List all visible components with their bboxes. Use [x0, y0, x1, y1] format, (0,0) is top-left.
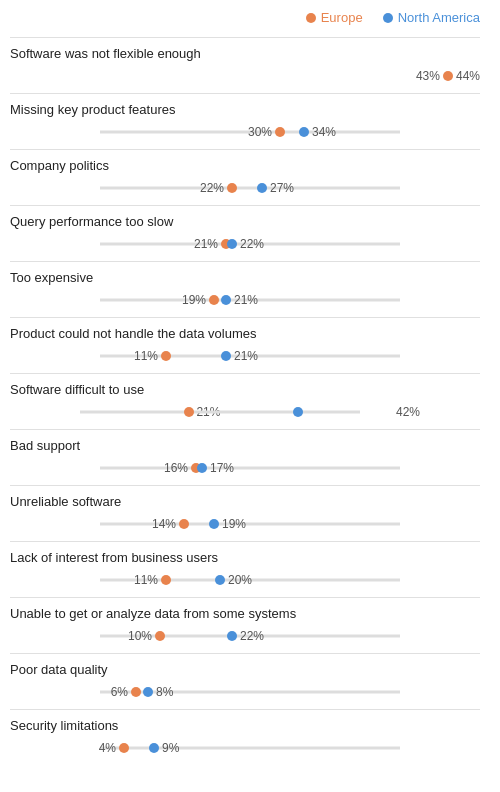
bar-area: 10%22%: [10, 625, 480, 647]
bar-area: 43%44%: [10, 65, 480, 87]
row-label: Software was not flexible enough: [10, 46, 480, 61]
chart-row: Missing key product features30%34%: [10, 93, 480, 149]
chart-row: Product could not handle the data volume…: [10, 317, 480, 373]
chart-row: Company politics22%27%: [10, 149, 480, 205]
legend: Europe North America: [10, 10, 480, 25]
chart-row: Unreliable software14%19%: [10, 485, 480, 541]
bar-area: 4%9%: [10, 737, 480, 759]
row-label: Lack of interest from business users: [10, 550, 480, 565]
rows-container: Software was not flexible enough43%44%Mi…: [10, 37, 480, 765]
row-label: Missing key product features: [10, 102, 480, 117]
bar-area: 21%42%: [10, 401, 480, 423]
legend-na: North America: [383, 10, 480, 25]
row-label: Bad support: [10, 438, 480, 453]
row-label: Unreliable software: [10, 494, 480, 509]
chart-row: Query performance too slow21%22%: [10, 205, 480, 261]
row-label: Poor data quality: [10, 662, 480, 677]
chart-row: Bad support16%17%: [10, 429, 480, 485]
chart-row: Software difficult to use21%42%: [10, 373, 480, 429]
chart-row: Software was not flexible enough43%44%: [10, 37, 480, 93]
legend-na-dot: [383, 13, 393, 23]
legend-europe-dot: [306, 13, 316, 23]
chart-row: Too expensive19%21%: [10, 261, 480, 317]
legend-na-label: North America: [398, 10, 480, 25]
bar-area: 30%34%: [10, 121, 480, 143]
bar-area: 16%17%: [10, 457, 480, 479]
row-label: Too expensive: [10, 270, 480, 285]
chart-container: Europe North America Software was not fl…: [0, 0, 500, 785]
bar-area: 6%8%: [10, 681, 480, 703]
legend-europe-label: Europe: [321, 10, 363, 25]
row-label: Security limitations: [10, 718, 480, 733]
bar-area: 11%20%: [10, 569, 480, 591]
chart-row: Lack of interest from business users11%2…: [10, 541, 480, 597]
chart-row: Security limitations4%9%: [10, 709, 480, 765]
bar-area: 14%19%: [10, 513, 480, 535]
row-label: Unable to get or analyze data from some …: [10, 606, 480, 621]
row-label: Software difficult to use: [10, 382, 480, 397]
row-label: Query performance too slow: [10, 214, 480, 229]
chart-row: Unable to get or analyze data from some …: [10, 597, 480, 653]
bar-area: 21%22%: [10, 233, 480, 255]
bar-area: 11%21%: [10, 345, 480, 367]
row-label: Company politics: [10, 158, 480, 173]
row-label: Product could not handle the data volume…: [10, 326, 480, 341]
chart-row: Poor data quality6%8%: [10, 653, 480, 709]
bar-area: 22%27%: [10, 177, 480, 199]
legend-europe: Europe: [306, 10, 363, 25]
bar-area: 19%21%: [10, 289, 480, 311]
